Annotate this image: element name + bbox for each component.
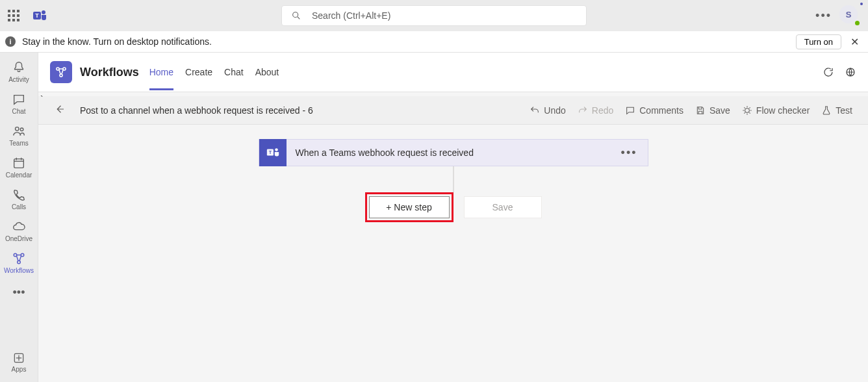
svg-point-13 [18,261,21,264]
teams-logo-icon: T [32,8,48,23]
undo-label: Undo [544,105,565,116]
rail-item-activity[interactable]: Activity [0,57,38,88]
phone-icon [12,188,26,202]
app-launcher-icon[interactable] [8,10,19,21]
rail-item-workflows[interactable]: Workflows [0,248,38,279]
rail-label: Chat [12,108,25,115]
rail-item-calendar[interactable]: Calendar [0,152,38,184]
svg-point-21 [745,108,750,112]
turn-on-button[interactable]: Turn on [796,34,841,49]
flask-icon [821,105,832,116]
checker-label: Flow checker [756,105,810,116]
comments-label: Comments [639,105,683,116]
rail-item-calls[interactable]: Calls [0,184,38,216]
presence-available-icon [854,19,861,27]
svg-line-4 [298,17,300,19]
svg-point-24 [275,148,278,151]
rail-label: Workflows [4,267,34,274]
notification-text: Stay in the know. Turn on desktop notifi… [22,36,212,47]
svg-point-2 [42,10,45,14]
new-step-button[interactable]: + New step [369,196,450,218]
workflows-tabs: Home Create Chat About [149,54,279,90]
undo-button[interactable]: Undo [530,105,565,116]
redo-label: Redo [592,105,613,116]
save-label: Save [709,105,730,116]
rail-item-chat[interactable]: Chat [0,88,38,120]
trigger-more-icon[interactable]: ••• [621,146,637,160]
refresh-icon[interactable] [823,66,834,78]
test-label: Test [836,105,852,116]
bell-icon [12,60,26,75]
comment-icon [625,105,635,116]
rail-label: OneDrive [5,235,32,242]
calendar-icon [12,156,26,170]
apps-icon [12,351,25,364]
page-title: Workflows [80,66,139,79]
flow-checker-button[interactable]: Flow checker [742,105,810,116]
workflows-header: Workflows Home Create Chat About [38,53,868,92]
rail-item-apps[interactable]: Apps [0,348,38,378]
search-input[interactable]: Search (Ctrl+Alt+E) [281,5,587,26]
chat-icon [12,92,26,107]
highlight-box: + New step [365,192,453,222]
rail-item-onedrive[interactable]: OneDrive [0,216,38,248]
workflows-icon [12,251,26,266]
notification-banner: i Stay in the know. Turn on desktop noti… [0,31,868,53]
tab-home[interactable]: Home [149,54,173,90]
rail-more-icon[interactable]: ••• [0,282,38,305]
redo-button: Redo [578,105,613,116]
user-avatar[interactable]: S [839,5,860,26]
teams-connector-icon: T [259,139,287,166]
svg-point-5 [16,127,19,131]
rail-label: Apps [12,366,27,373]
tab-chat[interactable]: Chat [224,54,244,90]
save-icon [695,105,706,116]
avatar-initial: S [846,10,852,19]
more-icon[interactable]: ••• [815,9,832,23]
rail-label: Activity [8,76,29,83]
arrow-left-icon [54,103,66,115]
avatar-notification-dot-icon [859,1,864,6]
main-content: ` Workflows Home Create Chat About Po [38,53,868,382]
app-rail: Activity Chat Teams Calendar Calls OneDr… [0,53,38,382]
flow-toolbar: Post to a channel when a webhook request… [38,96,868,125]
svg-text:T: T [35,12,39,19]
search-icon [291,10,301,21]
search-placeholder: Search (Ctrl+Alt+E) [312,10,390,21]
undo-icon [530,105,540,116]
cloud-icon [12,220,26,234]
tab-create[interactable]: Create [185,54,212,90]
workflows-app-icon [50,61,72,83]
title-bar: T Search (Ctrl+Alt+E) ••• S [0,0,868,31]
save-button[interactable]: Save [695,105,730,116]
close-icon[interactable]: ✕ [850,36,859,48]
comments-button[interactable]: Comments [625,105,683,116]
trigger-label: When a Teams webhook request is received [287,147,474,158]
redo-icon [578,105,588,116]
svg-text:T: T [268,149,272,155]
checker-icon [742,105,752,116]
rail-label: Calendar [6,172,32,179]
globe-icon[interactable] [845,66,856,78]
back-button[interactable] [54,103,66,117]
save-flow-button[interactable]: Save [464,196,542,218]
svg-point-6 [20,128,23,131]
rail-label: Teams [9,140,28,147]
trigger-card[interactable]: T When a Teams webhook request is receiv… [259,139,648,166]
stray-text: ` [40,94,44,105]
flow-name: Post to a channel when a webhook request… [80,105,313,116]
people-icon [12,124,26,138]
tab-about[interactable]: About [255,54,279,90]
svg-point-3 [293,12,298,18]
connector-line-icon [453,166,453,192]
svg-rect-7 [14,159,24,168]
test-button[interactable]: Test [821,105,852,116]
flow-canvas: T When a Teams webhook request is receiv… [38,125,868,382]
info-icon: i [5,36,16,47]
rail-item-teams[interactable]: Teams [0,120,38,152]
rail-label: Calls [12,203,26,210]
